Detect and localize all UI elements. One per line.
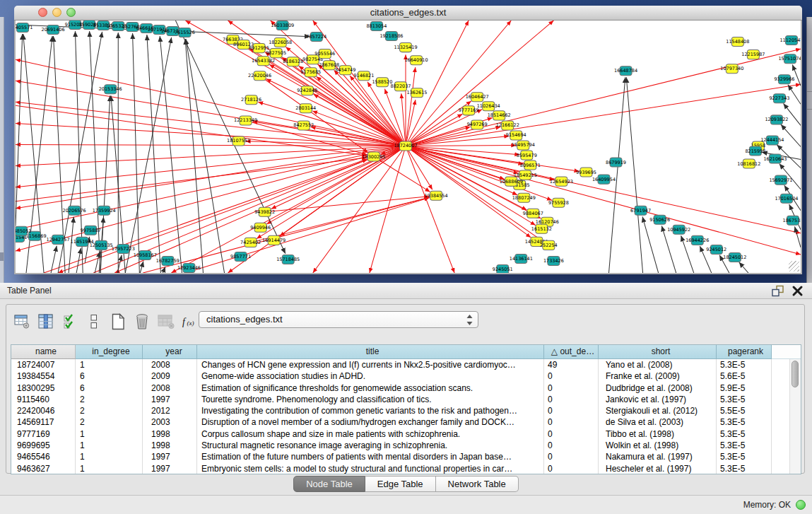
cell-short[interactable]: Franke et al. (2009) xyxy=(599,370,717,382)
cell-title[interactable]: Structural magnetic resonance image aver… xyxy=(197,440,544,451)
select-all-icon[interactable] xyxy=(61,312,78,332)
new-file-icon[interactable] xyxy=(110,312,126,332)
network-edge[interactable] xyxy=(69,217,73,273)
cell-short[interactable]: Nakamura et al. (1997) xyxy=(599,451,717,462)
network-node[interactable]: 8186328 xyxy=(283,57,303,66)
network-node[interactable]: 1615132 xyxy=(531,224,552,233)
tab-node-table[interactable]: Node Table xyxy=(293,476,365,492)
table-panel-titlebar[interactable]: Table Panel xyxy=(0,283,812,299)
network-node[interactable]: 18807249 xyxy=(512,193,536,202)
network-node[interactable]: 18245012 xyxy=(723,252,746,262)
cell-name[interactable]: 9465546 xyxy=(11,451,76,462)
cell-year[interactable]: 2003 xyxy=(143,416,197,428)
network-node[interactable]: 9827505 xyxy=(266,49,286,58)
network-node[interactable]: 18514662 xyxy=(488,111,511,120)
cell-pagerank[interactable]: 5.3E-5 xyxy=(717,463,772,474)
cell-year[interactable]: 2008 xyxy=(143,382,197,394)
network-node[interactable]: 9857771 xyxy=(230,252,251,261)
cell-out_degree[interactable]: 0 xyxy=(544,382,599,394)
table-row[interactable]: 1830029562008Estimation of significance … xyxy=(11,382,801,394)
tab-network-table[interactable]: Network Table xyxy=(436,476,519,492)
network-node[interactable]: 8595479 xyxy=(517,151,537,160)
network-edge[interactable] xyxy=(75,31,83,273)
column-visibility-icon[interactable] xyxy=(37,312,54,332)
network-node[interactable]: 9245012 xyxy=(706,245,726,254)
network-node[interactable]: 9439822 xyxy=(254,207,275,216)
table-selector[interactable]: citations_edges.txt xyxy=(199,311,478,328)
network-node[interactable]: 12942757 xyxy=(47,235,70,244)
cell-out_degree[interactable]: 0 xyxy=(544,451,599,462)
function-builder-icon[interactable]: f (x) xyxy=(182,312,199,332)
network-edge[interactable] xyxy=(792,65,801,86)
network-edge[interactable] xyxy=(406,146,516,146)
network-edge[interactable] xyxy=(90,31,101,273)
network-node[interactable]: 9497269 xyxy=(467,120,488,129)
network-edge[interactable] xyxy=(406,21,469,146)
cell-pagerank[interactable]: 5.3E-5 xyxy=(717,359,772,370)
close-panel-icon[interactable] xyxy=(792,285,804,297)
network-node[interactable]: 11120547 xyxy=(779,36,801,45)
network-node[interactable]: 1733426 xyxy=(543,256,564,265)
network-node[interactable]: 7857224 xyxy=(306,33,326,42)
network-edge[interactable] xyxy=(133,33,140,273)
cell-short[interactable]: Wolkin et al. (1998) xyxy=(599,440,717,451)
column-header-in_degree[interactable]: in_degree xyxy=(76,345,143,359)
memory-status-indicator[interactable] xyxy=(796,500,806,510)
network-graph[interactable]: 1405571206914069152086159028685338191065… xyxy=(16,21,801,273)
cell-out_degree[interactable]: 0 xyxy=(544,394,599,405)
network-node[interactable]: 11026434 xyxy=(477,102,500,111)
cell-name[interactable]: 9699695 xyxy=(11,440,76,451)
cell-short[interactable]: Jankovic et al. (1997) xyxy=(599,394,717,405)
column-header-short[interactable]: short xyxy=(599,345,717,359)
network-node[interactable]: 16409954 xyxy=(592,175,616,184)
cell-pagerank[interactable]: 5.9E-5 xyxy=(717,382,772,394)
network-node[interactable]: 9975887 xyxy=(81,226,101,235)
cell-in_degree[interactable]: 2 xyxy=(76,405,143,416)
network-node[interactable]: 9150626 xyxy=(649,215,670,224)
cell-name[interactable]: 18300295 xyxy=(11,382,76,394)
network-edge[interactable] xyxy=(125,37,171,273)
cell-short[interactable]: Hescheler et al. (1997) xyxy=(599,463,717,474)
table-row[interactable]: 1872400712008Changes of HCN gene express… xyxy=(11,359,801,370)
network-node[interactable]: 9755928 xyxy=(548,198,569,207)
cell-in_degree[interactable]: 2 xyxy=(76,416,143,428)
cell-out_degree[interactable]: 49 xyxy=(544,359,599,370)
network-node[interactable]: 2803144 xyxy=(295,104,316,113)
network-node[interactable]: 10945922 xyxy=(667,225,690,234)
cell-year[interactable]: 1997 xyxy=(143,451,197,462)
network-node[interactable]: 19218586 xyxy=(379,32,403,41)
network-node[interactable]: 15495794 xyxy=(512,141,535,150)
network-edge[interactable] xyxy=(406,146,505,179)
network-node[interactable]: 10816812 xyxy=(737,159,760,168)
cell-out_degree[interactable]: 0 xyxy=(544,405,599,416)
cell-short[interactable]: de Silva et al. (2003) xyxy=(599,416,717,428)
cell-name[interactable]: 22420046 xyxy=(11,405,76,416)
delete-table-icon[interactable] xyxy=(158,312,175,332)
column-header-year[interactable]: year xyxy=(143,345,197,359)
network-node[interactable]: 12923446 xyxy=(177,263,201,272)
cell-year[interactable]: 1998 xyxy=(143,428,197,440)
network-node[interactable]: 18107551 xyxy=(227,136,250,146)
network-node[interactable]: 10958167 xyxy=(134,250,157,259)
network-node[interactable]: 8215958 xyxy=(745,146,765,156)
network-node[interactable]: 9245051 xyxy=(493,264,513,273)
network-node[interactable]: 16046427 xyxy=(466,93,489,102)
table-row[interactable]: 977716911998Corpus callosum shape and si… xyxy=(11,428,801,440)
table-row[interactable]: 946362711997Embryonic stem cells: a mode… xyxy=(11,463,801,474)
cell-name[interactable]: 9463627 xyxy=(11,463,76,474)
network-edge[interactable] xyxy=(788,85,801,105)
network-node[interactable]: 8454749 xyxy=(335,66,355,75)
network-node[interactable]: 14136141 xyxy=(510,254,533,263)
zoom-window-button[interactable] xyxy=(66,8,76,17)
network-node[interactable]: 16640910 xyxy=(404,56,428,65)
network-node[interactable]: 1588520 xyxy=(372,78,392,87)
cell-name[interactable]: 14569117 xyxy=(11,416,76,428)
column-header-name[interactable]: name xyxy=(11,345,76,359)
network-node[interactable]: 6791947 xyxy=(630,206,651,215)
table-row[interactable]: 911546021997Tourette syndrome. Phenomeno… xyxy=(11,394,801,405)
network-edge[interactable] xyxy=(374,157,430,192)
close-window-button[interactable] xyxy=(38,8,47,17)
cell-pagerank[interactable]: 5.3E-5 xyxy=(717,428,772,440)
cell-short[interactable]: Stergiakouli et al. (2012) xyxy=(599,405,717,416)
network-node[interactable]: 18226058 xyxy=(269,38,292,47)
